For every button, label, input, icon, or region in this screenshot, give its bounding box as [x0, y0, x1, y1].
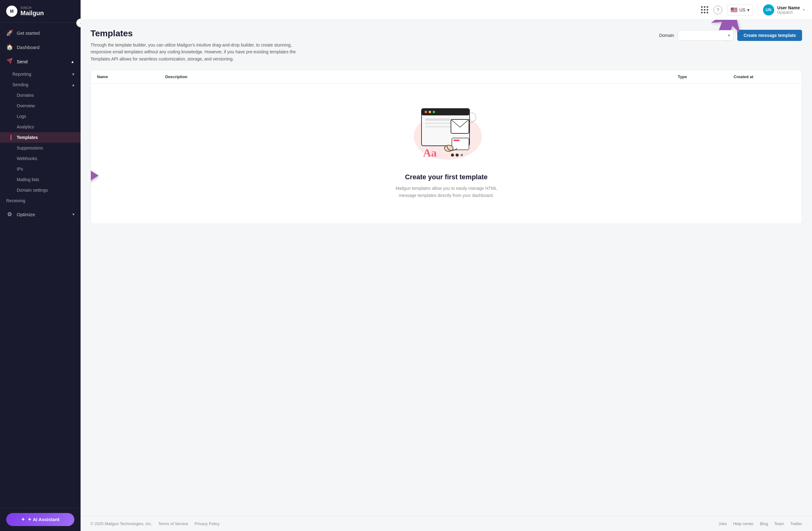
sidebar-item-sending[interactable]: Sending ▴: [0, 80, 81, 90]
home-icon: 🏠: [6, 44, 13, 51]
page-header: Templates Through the template builder, …: [90, 29, 802, 62]
svg-rect-8: [425, 118, 450, 121]
sparkle-icon: ✦: [21, 517, 25, 522]
empty-state-description: Mailgun templates allow you to easily ma…: [394, 185, 499, 199]
svg-point-18: [461, 154, 463, 156]
sidebar-nav: 🚀 Get started 🏠 Dashboard Send ▲ Reporti…: [0, 23, 81, 508]
sidebar-item-receiving[interactable]: Receiving: [0, 195, 81, 206]
flag-icon: 🇺🇸: [730, 6, 737, 13]
sidebar-item-overview[interactable]: Overview: [0, 100, 81, 111]
sidebar-item-label: Optimize: [17, 212, 35, 217]
svg-rect-10: [425, 126, 453, 127]
twitter-link[interactable]: Twitter: [790, 521, 802, 526]
rocket-icon: 🚀: [6, 29, 13, 36]
sidebar: M SINCH Mailgun ‹ 🚀 Get started 🏠 Dashbo…: [0, 0, 81, 531]
ai-assistant-button[interactable]: ✦ ✦ AI Assistant: [6, 513, 74, 526]
header-divider: [758, 4, 758, 15]
avatar: UN: [763, 4, 774, 15]
region-label: US: [739, 8, 745, 12]
sidebar-bottom: ✦ ✦ AI Assistant: [0, 508, 81, 531]
domain-select-wrapper: [678, 30, 734, 41]
sidebar-item-suppressions[interactable]: Suppressions: [0, 143, 81, 153]
svg-text:Aa: Aa: [423, 147, 437, 159]
page-footer: © 2025 Mailgun Technologies, Inc. Terms …: [81, 516, 812, 531]
col-name: Name: [97, 74, 165, 79]
user-name: User Name: [777, 5, 800, 10]
jobs-link[interactable]: Jobs: [719, 521, 727, 526]
user-chevron-icon: ▾: [803, 8, 804, 12]
svg-marker-1: [90, 160, 99, 191]
sidebar-item-reporting[interactable]: Reporting ▾: [0, 69, 81, 80]
privacy-policy-link[interactable]: Privacy Policy: [194, 521, 220, 526]
empty-illustration: Aa: [403, 102, 490, 164]
sidebar-item-logs[interactable]: Logs: [0, 111, 81, 122]
copyright: © 2025 Mailgun Technologies, Inc.: [90, 521, 152, 526]
team-link[interactable]: Team: [774, 521, 784, 526]
sidebar-item-label: Get started: [17, 30, 40, 36]
templates-table: Name Description Type Created at: [90, 70, 802, 224]
region-chevron-icon: ▾: [747, 8, 750, 12]
sidebar-item-domain-settings[interactable]: Domain settings: [0, 185, 81, 195]
page-title: Templates: [90, 29, 301, 39]
create-message-template-button[interactable]: Create message template: [737, 30, 802, 41]
help-center-link[interactable]: Help center: [733, 521, 753, 526]
table-header: Name Description Type Created at: [91, 70, 802, 84]
terms-of-service-link[interactable]: Terms of Service: [158, 521, 188, 526]
sidebar-item-templates[interactable]: Templates: [0, 132, 81, 143]
svg-point-6: [429, 111, 431, 113]
svg-point-7: [433, 111, 435, 113]
col-description: Description: [165, 74, 678, 79]
sidebar-item-ips[interactable]: IPs: [0, 164, 81, 174]
sidebar-item-get-started[interactable]: 🚀 Get started: [0, 26, 81, 40]
logo-sinch: SINCH: [20, 6, 44, 10]
svg-point-17: [455, 154, 459, 157]
logo-mailgun: Mailgun: [20, 10, 44, 16]
sidebar-item-domains[interactable]: Domains: [0, 90, 81, 100]
logo: M SINCH Mailgun: [0, 0, 81, 23]
top-header: ? 🇺🇸 US ▾ UN User Name Dyspatch ▾: [81, 0, 812, 20]
sidebar-item-dashboard[interactable]: 🏠 Dashboard: [0, 40, 81, 54]
chevron-up-icon: ▲: [71, 59, 74, 64]
col-created-at: Created at: [734, 74, 796, 79]
main-wrapper: ? 🇺🇸 US ▾ UN User Name Dyspatch ▾ Templa…: [81, 0, 812, 531]
page-description: Through the template builder, you can ut…: [90, 42, 301, 62]
user-menu[interactable]: UN User Name Dyspatch ▾: [763, 4, 804, 15]
svg-point-5: [425, 111, 427, 113]
send-submenu: Reporting ▾ Sending ▴ Domains Overview L…: [0, 69, 81, 195]
domain-label: Domain: [659, 33, 674, 38]
help-button[interactable]: ?: [713, 5, 722, 14]
logo-icon: M: [6, 5, 17, 17]
sidebar-item-webhooks[interactable]: Webhooks: [0, 153, 81, 164]
svg-point-16: [451, 154, 454, 157]
send-icon: [6, 58, 13, 65]
sidebar-item-mailing-lists[interactable]: Mailing lists: [0, 174, 81, 185]
empty-state: Aa Create your first template Mailgun te…: [91, 84, 802, 224]
sidebar-item-label: Dashboard: [17, 45, 39, 50]
sidebar-item-label: Send: [17, 59, 28, 64]
chevron-up-icon: ▴: [72, 82, 74, 87]
user-sub: Dyspatch: [777, 10, 800, 15]
sidebar-item-analytics[interactable]: Analytics: [0, 122, 81, 132]
sidebar-item-send[interactable]: Send ▲: [0, 54, 81, 69]
chevron-down-icon: ▾: [73, 212, 74, 216]
sending-label: Sending: [12, 82, 28, 87]
sidebar-item-optimize[interactable]: ⚙ Optimize ▾: [0, 207, 81, 222]
page-content: Templates Through the template builder, …: [81, 20, 812, 516]
chevron-down-icon: ▾: [72, 72, 74, 76]
optimize-icon: ⚙: [6, 211, 13, 218]
empty-state-title: Create your first template: [405, 173, 488, 181]
blog-link[interactable]: Blog: [760, 521, 768, 526]
reporting-label: Reporting: [12, 72, 31, 76]
apps-grid-button[interactable]: [701, 6, 709, 14]
annotation-arrow-left: [90, 157, 100, 194]
region-selector[interactable]: 🇺🇸 US ▾: [727, 4, 753, 15]
domain-select[interactable]: [678, 30, 734, 41]
svg-rect-13: [453, 140, 460, 141]
col-type: Type: [678, 74, 734, 79]
